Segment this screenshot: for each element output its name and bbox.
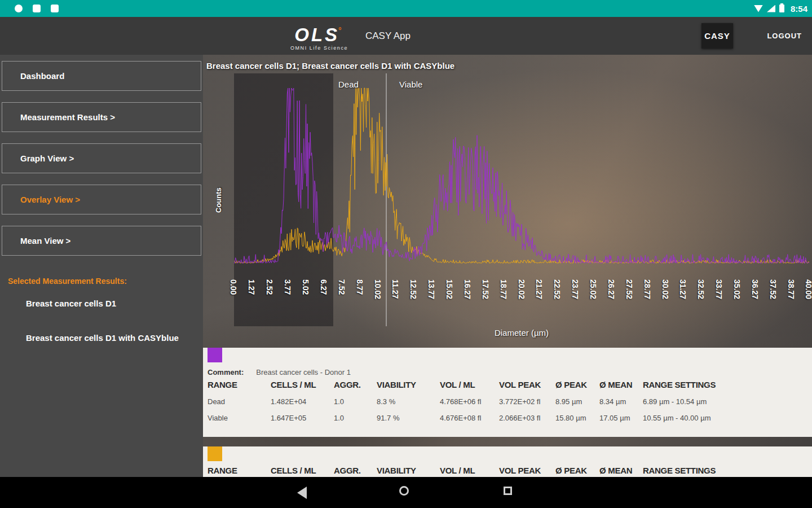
result-table-2: RANGECELLS / MLAGGR.VIABILITYVOL / MLVOL… — [203, 446, 812, 477]
recents-button[interactable] — [504, 487, 512, 495]
table-cell: Dead — [208, 397, 271, 406]
table-cell: 4.768E+06 fl — [440, 397, 499, 406]
x-axis-label: Diameter (µm) — [234, 328, 809, 338]
sidebar-item-mean-view[interactable]: Mean View > — [2, 226, 201, 256]
column-header: VOL / ML — [440, 466, 499, 475]
notification-icon — [15, 5, 23, 12]
table-cell: 2.066E+03 fl — [499, 414, 555, 422]
column-header: Ø MEAN — [599, 466, 643, 475]
selected-measurement-2[interactable]: Breast cancer cells D1 with CASYblue — [26, 333, 203, 343]
column-header: Ø PEAK — [555, 380, 599, 389]
x-tick-label: 33.77 — [714, 279, 723, 299]
sidebar-item-label: Dashboard — [20, 71, 64, 81]
x-tick-label: 8.77 — [355, 279, 364, 295]
x-tick-label: 7.52 — [337, 279, 346, 295]
home-button[interactable] — [399, 486, 409, 496]
x-tick-label: 23.77 — [571, 279, 580, 299]
comment-label: Comment: — [208, 368, 244, 376]
x-tick-label: 27.52 — [625, 279, 634, 299]
x-tick-label: 40.00 — [804, 279, 812, 299]
sidebar-item-dashboard[interactable]: Dashboard — [2, 61, 201, 91]
x-tick-label: 38.77 — [787, 279, 796, 299]
column-header: RANGE SETTINGS — [643, 466, 812, 475]
wifi-icon — [754, 5, 763, 12]
table-header-row: RANGECELLS / MLAGGR.VIABILITYVOL / MLVOL… — [203, 466, 812, 475]
battery-icon — [779, 5, 784, 12]
table-header-row: RANGECELLS / MLAGGR.VIABILITYVOL / MLVOL… — [203, 380, 812, 389]
trace-breast-cancer-cells-d1 — [234, 88, 809, 263]
x-tick-label: 31.27 — [678, 279, 687, 299]
table-cell: 1.482E+04 — [271, 397, 334, 406]
dead-region-label: Dead — [338, 80, 359, 89]
notification-icons — [15, 5, 59, 12]
chart-title: Breast cancer cells D1; Breast cancer ce… — [206, 61, 454, 71]
comment-value: Breast cancer cells - Donor 1 — [256, 368, 351, 376]
x-tick-label: 32.52 — [696, 279, 705, 299]
sidebar-item-label: Graph View > — [20, 154, 74, 163]
sidebar-item-label: Measurement Results > — [20, 112, 115, 122]
sidebar-nav: DashboardMeasurement Results >Graph View… — [0, 55, 203, 256]
column-header: RANGE — [208, 380, 271, 389]
series-color-swatch — [208, 446, 222, 461]
table-cell: 3.772E+02 fl — [499, 397, 555, 406]
x-tick-label: 1.27 — [247, 279, 256, 295]
ols-logo: OLS° OMNI Life Science — [281, 21, 358, 51]
column-header: CELLS / ML — [271, 466, 334, 475]
table-row: Dead1.482E+041.08.3 %4.768E+06 fl3.772E+… — [203, 397, 812, 406]
sidebar-item-overlay-view[interactable]: Overlay View > — [2, 185, 201, 214]
column-header: AGGR. — [334, 380, 377, 389]
table-cell: 15.80 µm — [555, 414, 599, 422]
x-tick-label: 10.02 — [373, 279, 382, 299]
sidebar-item-label: Overlay View > — [20, 195, 80, 204]
column-header: VIABILITY — [377, 466, 440, 475]
x-tick-label: 22.52 — [553, 279, 562, 299]
x-tick-label: 12.52 — [409, 279, 418, 299]
table-cell: 4.676E+08 fl — [440, 414, 499, 422]
table-cell: 1.0 — [334, 397, 377, 406]
status-indicators: 8:54 — [754, 0, 807, 17]
selected-results-list: Breast cancer cells D1Breast cancer cell… — [0, 299, 203, 367]
x-tick-label: 30.02 — [661, 279, 670, 299]
x-tick-label: 26.27 — [607, 279, 616, 299]
x-tick-label: 20.02 — [517, 279, 526, 299]
selected-results-heading: Selected Measurement Results: — [8, 277, 127, 286]
x-tick-label: 25.02 — [589, 279, 598, 299]
table-cell: 17.05 µm — [599, 414, 643, 422]
table-cell: 8.3 % — [377, 397, 440, 406]
logo-registered-mark: ° — [338, 26, 344, 35]
app-header: OLS° OMNI Life Science CASY App CASY LOG… — [0, 17, 812, 55]
column-header: CELLS / ML — [271, 380, 334, 389]
column-header: Ø MEAN — [599, 380, 643, 389]
cell-signal-icon — [767, 5, 775, 12]
x-tick-label: 28.77 — [643, 279, 652, 299]
overlay-chart-plot[interactable] — [234, 77, 809, 265]
trace-breast-cancer-cells-d1-casyblue — [234, 88, 809, 263]
column-header: VOL PEAK — [499, 466, 555, 475]
notification-icon — [33, 5, 41, 12]
table-cell: 6.89 µm - 10.54 µm — [643, 397, 812, 406]
y-axis-label: Counts — [214, 139, 223, 261]
table-cell: 1.0 — [334, 414, 377, 422]
column-header: AGGR. — [334, 466, 377, 475]
x-tick-label: 17.52 — [481, 279, 490, 299]
column-header: Ø PEAK — [555, 466, 599, 475]
android-nav-bar — [0, 477, 812, 508]
viable-region-label: Viable — [399, 80, 422, 89]
logo-wordmark: OLS° — [281, 21, 358, 45]
table-cell: 8.34 µm — [599, 397, 643, 406]
casy-button[interactable]: CASY — [701, 23, 733, 49]
sidebar-item-label: Mean View > — [20, 236, 70, 246]
sidebar-item-measurement-results[interactable]: Measurement Results > — [2, 102, 201, 132]
back-button[interactable] — [297, 487, 307, 499]
table-cell: 1.647E+05 — [271, 414, 334, 422]
notification-icon — [51, 5, 59, 12]
app-title: CASY App — [365, 17, 411, 55]
logout-button[interactable]: LOGOUT — [767, 17, 802, 55]
table-cell: 91.7 % — [377, 414, 440, 422]
selected-measurement-1[interactable]: Breast cancer cells D1 — [26, 299, 203, 308]
clock-text: 8:54 — [791, 4, 807, 14]
x-tick-label: 5.02 — [301, 279, 310, 295]
sidebar-item-graph-view[interactable]: Graph View > — [2, 143, 201, 173]
logo-subtitle: OMNI Life Science — [281, 45, 358, 51]
sidebar: DashboardMeasurement Results >Graph View… — [0, 55, 203, 477]
